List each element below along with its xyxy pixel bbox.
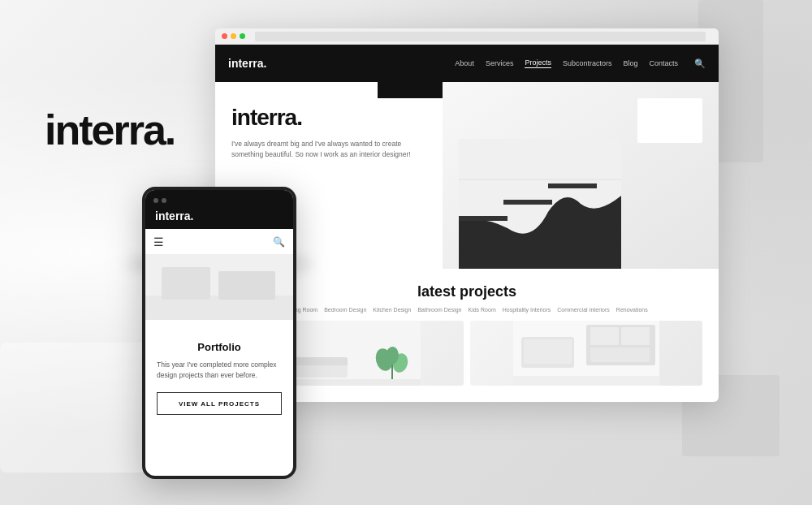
browser-minimize-dot[interactable]	[231, 33, 236, 39]
mobile-search-icon[interactable]: 🔍	[273, 236, 285, 248]
projects-filter-bar: Living Room Bedroom Design Kitchen Desig…	[231, 307, 702, 313]
svg-rect-3	[548, 183, 597, 188]
filter-kids[interactable]: Kids Room	[468, 307, 495, 313]
nav-link-contacts[interactable]: Contacts	[649, 59, 678, 67]
svg-rect-16	[621, 327, 650, 345]
browser-chrome	[215, 28, 719, 45]
bg-sofa-element	[0, 343, 162, 473]
mobile-content: Portfolio This year I've completed more …	[145, 330, 293, 426]
filter-bedroom[interactable]: Bedroom Design	[324, 307, 366, 313]
desktop-search-icon[interactable]: 🔍	[694, 58, 706, 69]
mobile-camera-dot-1	[153, 198, 158, 203]
mobile-camera-dot-2	[162, 198, 166, 203]
hero-white-rectangle	[637, 98, 702, 143]
mobile-nav-row: ☰ 🔍	[145, 229, 293, 255]
projects-section-title: latest projects	[231, 283, 702, 300]
mobile-portfolio-text: This year I've completed more complex de…	[157, 360, 282, 381]
browser-address-bar[interactable]	[255, 32, 706, 41]
filter-renovations[interactable]: Renovations	[616, 307, 648, 313]
svg-rect-20	[513, 376, 659, 386]
svg-rect-12	[274, 379, 421, 386]
browser-close-dot[interactable]	[222, 33, 227, 39]
filter-commercial[interactable]: Commercial Interiors	[557, 307, 610, 313]
svg-rect-19	[524, 339, 572, 364]
mobile-hamburger-icon[interactable]: ☰	[153, 235, 164, 248]
nav-link-projects[interactable]: Projects	[525, 58, 551, 68]
svg-rect-17	[590, 347, 650, 362]
desktop-hero-description: I've always dreamt big and I've always w…	[231, 139, 426, 160]
mobile-portfolio-heading: Portfolio	[157, 341, 282, 353]
main-brand-logo: interra.	[45, 106, 175, 154]
project-thumb-2[interactable]	[470, 321, 702, 386]
mobile-top-bar: interra.	[145, 190, 293, 229]
projects-grid	[231, 321, 702, 386]
svg-rect-23	[162, 267, 210, 300]
mobile-view-all-button[interactable]: VIEW ALL PROJECTS	[157, 392, 282, 415]
svg-rect-1	[459, 216, 508, 221]
browser-maximize-dot[interactable]	[240, 33, 245, 39]
nav-link-subcontractors[interactable]: Subcontractors	[563, 59, 612, 67]
desktop-nav-logo: interra.	[228, 57, 266, 70]
mobile-mockup: interra. ☰ 🔍 Portfolio This year I've co…	[142, 187, 296, 479]
mobile-hero-image	[142, 255, 296, 320]
filter-kitchen[interactable]: Kitchen Design	[373, 307, 411, 313]
filter-hospitality[interactable]: Hospitality Interiors	[503, 307, 551, 313]
svg-rect-15	[590, 327, 619, 345]
svg-rect-24	[218, 271, 275, 300]
nav-link-blog[interactable]: Blog	[623, 59, 637, 67]
filter-bathroom[interactable]: Bathroom Design	[417, 307, 461, 313]
svg-rect-2	[503, 200, 552, 205]
desktop-hero-image	[443, 82, 719, 269]
staircase-illustration	[459, 139, 621, 269]
desktop-hero-title: interra.	[231, 105, 426, 131]
mobile-logo: interra.	[155, 209, 193, 222]
